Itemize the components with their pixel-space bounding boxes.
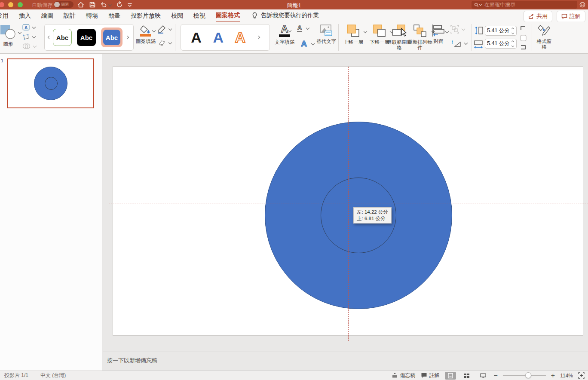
format-pane-label: 格式窗格	[535, 39, 554, 50]
slideshow-view-button[interactable]	[478, 372, 489, 380]
lock-aspect-ratio-icon[interactable]	[519, 25, 527, 51]
chevron-down-icon[interactable]	[32, 26, 36, 29]
thumbnail-inner-circle-shape	[45, 77, 58, 90]
insert-shapes-button[interactable]: 圖形	[0, 24, 21, 47]
slide-thumbnail[interactable]	[7, 58, 94, 108]
share-button[interactable]: 共用	[524, 11, 552, 22]
shape-width-input[interactable]	[487, 41, 509, 47]
format-pane-button[interactable]: 格式窗格	[535, 24, 554, 50]
tooltip-left-value: 左: 14.22 公分	[357, 209, 388, 215]
align-button[interactable]: 對齊	[429, 24, 448, 44]
wordart-gallery: A A A	[181, 24, 270, 51]
chevron-down-icon[interactable]	[464, 42, 468, 45]
chevron-down-icon[interactable]	[311, 42, 315, 46]
send-backward-icon	[373, 24, 386, 38]
normal-view-button[interactable]	[445, 372, 456, 380]
zoom-out-button[interactable]: −	[494, 374, 498, 378]
chevron-down-icon	[33, 45, 37, 48]
wordart-preset-3[interactable]: A	[235, 30, 246, 45]
chevron-down-icon[interactable]	[306, 27, 309, 30]
tab-home[interactable]: 常用	[0, 10, 9, 21]
tab-draw[interactable]: 繪圖	[41, 10, 53, 21]
fit-to-window-icon[interactable]	[578, 372, 585, 379]
zoom-in-button[interactable]: +	[551, 374, 555, 378]
shape-width-field[interactable]	[485, 39, 517, 49]
notes-toggle-label: 備忘稿	[400, 372, 416, 379]
rotate-button[interactable]	[451, 40, 468, 47]
edit-shape-button[interactable]	[22, 34, 36, 40]
text-fill-button[interactable]: A 文字填滿	[273, 23, 296, 45]
search-scope-chevron-icon[interactable]	[479, 3, 482, 6]
shape-height-input[interactable]	[487, 28, 509, 34]
tab-transitions[interactable]: 轉場	[86, 10, 98, 21]
format-pane-icon	[537, 24, 551, 37]
position-tooltip: 左: 14.22 公分 上: 6.81 公分	[353, 207, 392, 224]
svg-text:A: A	[297, 24, 302, 31]
selection-pane-icon	[391, 24, 407, 38]
notes-pane[interactable]: 按一下以新增備忘稿	[103, 352, 588, 371]
wordart-preset-2[interactable]: A	[213, 30, 224, 45]
zoom-level[interactable]: 114%	[560, 373, 573, 379]
shape-fill-button[interactable]: 圖案填滿	[135, 24, 156, 44]
tab-view[interactable]: 檢視	[193, 10, 205, 21]
tab-design[interactable]: 設計	[64, 10, 76, 21]
gallery-next-icon[interactable]	[126, 36, 129, 39]
search-input[interactable]	[484, 2, 562, 8]
svg-text:A: A	[301, 39, 307, 48]
tab-review[interactable]: 校閱	[171, 10, 183, 21]
bring-forward-chevron-icon[interactable]	[364, 30, 367, 34]
merge-shapes-button[interactable]	[22, 43, 37, 49]
slide-sorter-view-button[interactable]	[461, 372, 472, 380]
zoom-slider[interactable]	[503, 375, 546, 376]
shape-outline-button[interactable]	[157, 25, 172, 34]
tab-shape-format[interactable]: 圖案格式	[216, 9, 240, 22]
shape-height-field[interactable]	[485, 26, 517, 36]
vertical-guide[interactable]	[348, 67, 349, 341]
feedback-smiley-icon[interactable]	[579, 2, 585, 8]
shape-style-preset-1[interactable]: Abc	[53, 29, 72, 46]
text-effects-button[interactable]: A	[299, 39, 315, 49]
tab-slideshow[interactable]: 投影片放映	[131, 10, 161, 21]
shape-effects-button[interactable]	[157, 40, 172, 46]
shapes-chevron-icon[interactable]	[18, 31, 21, 34]
comments-toggle-button[interactable]: 註解	[421, 372, 440, 379]
shape-outline-icon	[157, 25, 166, 34]
shape-style-preset-3-selected[interactable]: Abc	[101, 28, 122, 47]
text-fill-label: 文字填滿	[273, 40, 296, 45]
chevron-down-icon[interactable]	[168, 41, 172, 45]
tab-insert[interactable]: 插入	[19, 10, 31, 21]
shape-fill-chevron-icon[interactable]	[152, 29, 156, 33]
svg-text:A: A	[24, 25, 28, 30]
chevron-down-icon[interactable]	[168, 28, 172, 31]
wordart-preset-1[interactable]: A	[191, 30, 202, 45]
shapes-icon	[0, 24, 17, 40]
bring-forward-button[interactable]: 上移一層	[342, 24, 365, 45]
alt-text-button[interactable]: 替代文字	[316, 24, 336, 44]
shape-style-preset-2[interactable]: Abc	[77, 29, 96, 46]
language-indicator[interactable]: 中文 (台灣)	[40, 372, 66, 379]
slide-thumbnail-panel: 1	[0, 54, 102, 371]
text-outline-button[interactable]: A	[296, 24, 309, 33]
shape-style-gallery: Abc Abc Abc	[44, 24, 134, 51]
chevron-down-icon	[462, 28, 465, 31]
chevron-down-icon[interactable]	[32, 35, 36, 39]
gallery-prev-icon[interactable]	[48, 36, 51, 39]
align-chevron-icon[interactable]	[445, 30, 449, 34]
notes-icon	[392, 372, 398, 379]
slide-counter: 投影片 1/1	[4, 372, 28, 379]
tell-me-box[interactable]: 告訴我您要執行的作業	[261, 12, 319, 19]
height-stepper[interactable]	[511, 27, 514, 35]
notes-placeholder[interactable]: 按一下以新增備忘稿	[107, 357, 157, 365]
search-box[interactable]	[472, 1, 577, 9]
comments-label: 註解	[570, 12, 581, 20]
tab-animations[interactable]: 動畫	[108, 10, 120, 21]
notes-toggle-button[interactable]: 備忘稿	[392, 372, 416, 379]
slide-canvas[interactable]: 左: 14.22 公分 上: 6.81 公分	[103, 54, 588, 352]
text-fill-chevron-icon[interactable]	[288, 29, 291, 33]
comments-toggle-label: 註解	[429, 372, 440, 379]
text-box-button[interactable]: A	[22, 24, 36, 31]
width-stepper[interactable]	[511, 40, 514, 48]
zoom-slider-knob[interactable]	[525, 372, 531, 378]
wordart-gallery-next-icon[interactable]	[256, 36, 260, 39]
comments-button[interactable]: 註解	[557, 11, 585, 22]
